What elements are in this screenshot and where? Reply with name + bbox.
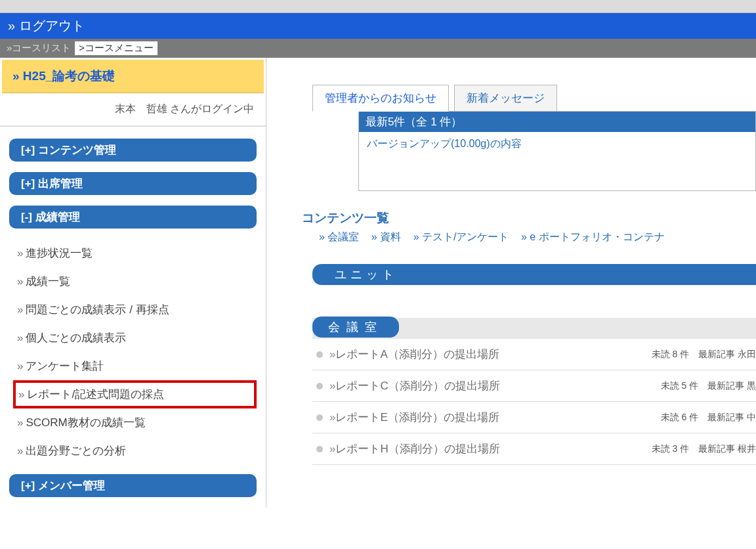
nav-item-per-student[interactable]: »個人ごとの成績表示 [13,324,257,352]
notice-link[interactable]: バージョンアップ(10.00g)の内容 [367,138,522,149]
nav-item-per-question[interactable]: »問題ごとの成績表示 / 再採点 [13,296,257,324]
bbs-meta: 未読 8 件 最新記事 永田 [652,349,756,361]
bbs-list: »レポートA（添削分）の提出場所 未読 8 件 最新記事 永田 »レポートC（添… [312,339,756,465]
dot-icon [316,414,323,421]
link-bbs[interactable]: » 会議室 [319,231,359,242]
chevron-icon: > [79,42,85,53]
unit-bar: ユニット [312,264,756,285]
chevron-icon: » [17,303,23,316]
nav-item-grades-list[interactable]: »成績一覧 [13,267,257,296]
header-bar: » ログアウト [0,13,756,39]
breadcrumb: »コースリスト >コースメニュー [0,39,756,58]
window-top-band [0,0,756,13]
chevron-icon: » [319,231,325,242]
chevron-icon: » [17,247,23,259]
notice-panel: 最新5件（全 1 件） バージョンアップ(10.00g)の内容 [358,111,756,191]
dot-icon [316,446,323,452]
sidebar: » H25_論考の基礎 末本 哲雄 さんがログイン中 [+] コンテンツ管理 [… [0,58,266,508]
nav-item-scorm[interactable]: »SCORM教材の成績一覧 [13,408,257,437]
notice-header: 最新5件（全 1 件） [359,112,755,132]
bbs-header: 会議室 [312,317,399,338]
chevron-icon: » [8,18,15,33]
chevron-icon: » [17,416,23,429]
chevron-icon: » [521,231,527,242]
nav-group-grades-items: »進捗状況一覧 »成績一覧 »問題ごとの成績表示 / 再採点 »個人ごとの成績表… [9,239,257,474]
main-content: 管理者からのお知らせ 新着メッセージ 最新5件（全 1 件） バージョンアップ(… [266,58,756,508]
bbs-section: 会議室 »レポートA（添削分）の提出場所 未読 8 件 最新記事 永田 »レポー… [312,318,756,465]
nav-item-analysis[interactable]: »出題分野ごとの分析 [13,437,257,465]
nav-item-report-grading[interactable]: »レポート/記述式問題の採点 [13,380,257,408]
dot-icon [316,383,323,389]
tab-new-messages[interactable]: 新着メッセージ [454,85,557,112]
chevron-icon: » [17,360,23,372]
tabs: 管理者からのお知らせ 新着メッセージ [312,84,756,111]
nav-item-progress[interactable]: »進捗状況一覧 [13,239,257,267]
chevron-icon: » [17,275,23,288]
chevron-icon: » [18,388,24,401]
link-materials[interactable]: » 資料 [371,231,401,242]
nav-item-survey[interactable]: »アンケート集計 [13,352,257,380]
bbs-meta: 未読 3 件 最新記事 根井 [652,443,756,455]
tab-admin-notice[interactable]: 管理者からのお知らせ [312,85,449,112]
logout-link[interactable]: ログアウト [19,17,85,35]
bbs-item[interactable]: »レポートH（添削分）の提出場所 未読 3 件 最新記事 根井 [312,433,756,465]
chevron-icon: » [17,445,23,457]
breadcrumb-course-menu[interactable]: >コースメニュー [75,41,158,55]
bbs-item[interactable]: »レポートA（添削分）の提出場所 未読 8 件 最新記事 永田 [312,339,756,370]
content-links: » 会議室 » 資料 » テスト/アンケート » e ポートフォリオ・コンテナ [266,231,756,244]
bbs-meta: 未読 5 件 最新記事 黒 [661,380,756,392]
course-title: » H25_論考の基礎 [2,60,264,93]
unit-label: ユニット [312,267,398,282]
bbs-item[interactable]: »レポートE（添削分）の提出場所 未読 6 件 最新記事 中 [312,402,756,433]
sidebar-nav: [+] コンテンツ管理 [+] 出席管理 [-] 成績管理 »進捗状況一覧 »成… [0,127,266,497]
chevron-icon: » [17,332,23,344]
nav-group-members[interactable]: [+] メンバー管理 [9,474,257,497]
breadcrumb-course-list[interactable]: »コースリスト [7,42,71,55]
bbs-item[interactable]: »レポートC（添削分）の提出場所 未読 5 件 最新記事 黒 [312,370,756,402]
login-status: 末本 哲雄 さんがログイン中 [0,93,266,127]
chevron-icon: » [12,69,20,83]
contents-title: コンテンツ一覧 [266,191,756,231]
chevron-icon: » [371,231,377,242]
nav-group-grades[interactable]: [-] 成績管理 [9,206,257,229]
chevron-icon: » [413,231,419,242]
link-eportfolio[interactable]: » e ポートフォリオ・コンテナ [521,231,665,242]
nav-group-contents[interactable]: [+] コンテンツ管理 [9,139,257,162]
bbs-meta: 未読 6 件 最新記事 中 [661,412,756,424]
dot-icon [316,351,323,358]
link-tests[interactable]: » テスト/アンケート [413,231,509,242]
nav-group-attendance[interactable]: [+] 出席管理 [9,172,257,195]
